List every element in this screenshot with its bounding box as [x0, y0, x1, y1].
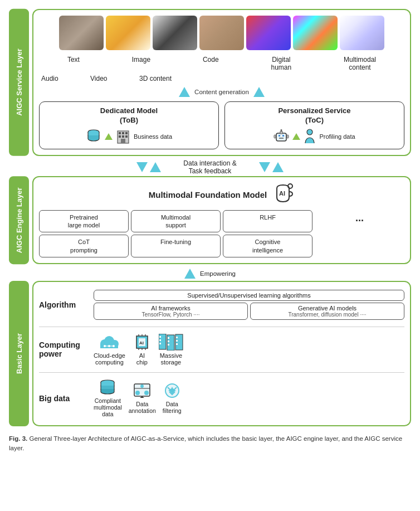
ai-frameworks-box: AI frameworks TensorFlow, Pytorch ····: [94, 303, 248, 320]
cell-cognitive: Cognitiveintelligence: [223, 235, 312, 257]
algorithm-items: Supervised/Unsupervised learning algorit…: [94, 290, 404, 320]
svg-rect-11: [282, 135, 284, 137]
empowering-arrow: [184, 269, 196, 279]
small-arrow-up-1: [105, 133, 113, 140]
algorithm-title: Algorithm: [39, 300, 89, 309]
svg-rect-43: [168, 337, 169, 339]
cloud-icon: [98, 334, 120, 351]
annotation-icon: [133, 383, 151, 400]
data-interaction-label: Data interaction &Task feedback: [183, 159, 236, 175]
svg-rect-48: [176, 340, 178, 342]
ai-chip-label: AIchip: [136, 352, 148, 366]
cell-empty: [315, 235, 404, 257]
computing-section: Computingpower: [39, 332, 404, 368]
robot-icon: [274, 129, 289, 144]
label-audio: Audio: [41, 75, 90, 82]
service-layer-wrapper: AIGC Service Layer Text Image Code Digit…: [9, 9, 411, 156]
data-filtering-item: Datafiltering: [163, 383, 182, 414]
empowering-row: Empowering: [9, 266, 411, 281]
bigdata-title: Big data: [39, 394, 89, 403]
svg-rect-39: [159, 336, 161, 338]
caption-label: Fig. 3.: [9, 435, 27, 442]
arrow-group-right: [259, 162, 284, 172]
svg-point-14: [281, 129, 282, 131]
cell-cot: CoTprompting: [39, 235, 129, 257]
svg-rect-41: [159, 343, 161, 344]
personalized-service-data: Profiling data: [274, 129, 355, 144]
ai-head-icon: AI: [271, 183, 295, 205]
data-annotation-item: Dataannotation: [129, 383, 156, 414]
svg-point-54: [140, 385, 144, 388]
cell-rlhf: RLHF: [223, 210, 312, 233]
cell-pretrained: Pretrainedlarge model: [39, 210, 129, 233]
image-horse: [59, 16, 104, 50]
multimodal-icon: [99, 379, 116, 396]
content-generation-row: Content generation: [39, 87, 404, 97]
svg-rect-16: [287, 135, 289, 138]
basic-layer-label: Basic Layer: [9, 281, 29, 426]
divider-2: [39, 372, 404, 373]
data-filtering-label: Datafiltering: [163, 401, 182, 414]
label-image: Image: [132, 56, 150, 71]
storage-icon: [159, 334, 183, 351]
svg-rect-8: [121, 139, 125, 143]
ai-chip-item: AI AIchip: [132, 334, 152, 366]
filtering-icon: [163, 383, 181, 400]
model-boxes-row: Dedicated Model(ToB): [39, 101, 404, 149]
multimodal-data-item: Compliantmultimodaldata: [94, 379, 122, 417]
image-avatar: [199, 16, 244, 50]
building-icon: [116, 129, 130, 144]
content-generation-label: Content generation: [194, 89, 249, 95]
svg-text:AI: AI: [279, 190, 285, 197]
image-colorful: [293, 16, 338, 50]
svg-rect-15: [274, 135, 276, 138]
label-digital-human: Digitalhuman: [271, 56, 291, 71]
data-annotation-label: Dataannotation: [129, 401, 156, 414]
massive-storage-item: Massivestorage: [159, 334, 183, 366]
image-cat2: [340, 16, 384, 50]
database-icon: [86, 129, 101, 144]
dedicated-model-box: Dedicated Model(ToB): [39, 101, 219, 149]
svg-point-53: [135, 391, 140, 395]
divider-1: [39, 327, 404, 327]
svg-rect-7: [125, 135, 128, 138]
massive-storage-label: Massivestorage: [160, 352, 182, 366]
engine-layer-content: Multimodal Foundation Model AI: [32, 176, 411, 264]
between-service-engine: Data interaction &Task feedback: [9, 158, 411, 176]
generative-ai-label: Generative AI models: [254, 305, 401, 312]
algorithm-section: Algorithm Supervised/Unsupervised learni…: [39, 288, 404, 322]
ai-frameworks-sub: TensorFlow, Pytorch ····: [97, 312, 244, 318]
computing-title: Computingpower: [39, 340, 89, 358]
svg-rect-10: [279, 135, 280, 137]
svg-rect-45: [168, 344, 169, 345]
image-cat: [106, 16, 150, 50]
arrow-up-4: [272, 162, 284, 172]
personalized-service-title: Personalized Service(ToC): [278, 106, 350, 125]
profiling-data-label: Profiling data: [319, 133, 355, 140]
image-panda: [153, 16, 197, 50]
generative-ai-sub: Transformer, diffusion model ····: [254, 312, 401, 318]
bigdata-items: Compliantmultimodaldata Dataannotation: [94, 379, 404, 417]
arrow-down-2: [259, 162, 270, 172]
label-code: Code: [203, 56, 219, 71]
svg-rect-40: [159, 339, 161, 341]
ai-chip-icon: AI: [132, 334, 152, 351]
engine-layer-wrapper: AIGC Engine Layer Multimodal Foundation …: [9, 176, 411, 264]
arrow-up-3: [150, 162, 161, 172]
service-layer-label: AIGC Service Layer: [9, 9, 29, 156]
cell-ellipsis1: ···: [315, 210, 404, 233]
ai-head-container: AI: [271, 183, 295, 207]
svg-text:AI: AI: [139, 340, 144, 345]
cloud-edge-item: Cloud-edgecomputing: [94, 334, 125, 366]
engine-title: Multimodal Foundation Model: [149, 190, 267, 199]
main-diagram: AIGC Service Layer Text Image Code Digit…: [9, 9, 411, 453]
svg-rect-49: [176, 343, 178, 345]
label-text: Text: [67, 56, 80, 71]
person-icon: [304, 129, 316, 144]
arrow-up-right: [253, 87, 265, 97]
svg-rect-4: [125, 132, 128, 134]
engine-title-row: Multimodal Foundation Model AI: [39, 183, 404, 207]
algo-top: Supervised/Unsupervised learning algorit…: [94, 290, 404, 301]
svg-rect-47: [176, 337, 178, 338]
dedicated-model-data: Business data: [86, 129, 172, 144]
